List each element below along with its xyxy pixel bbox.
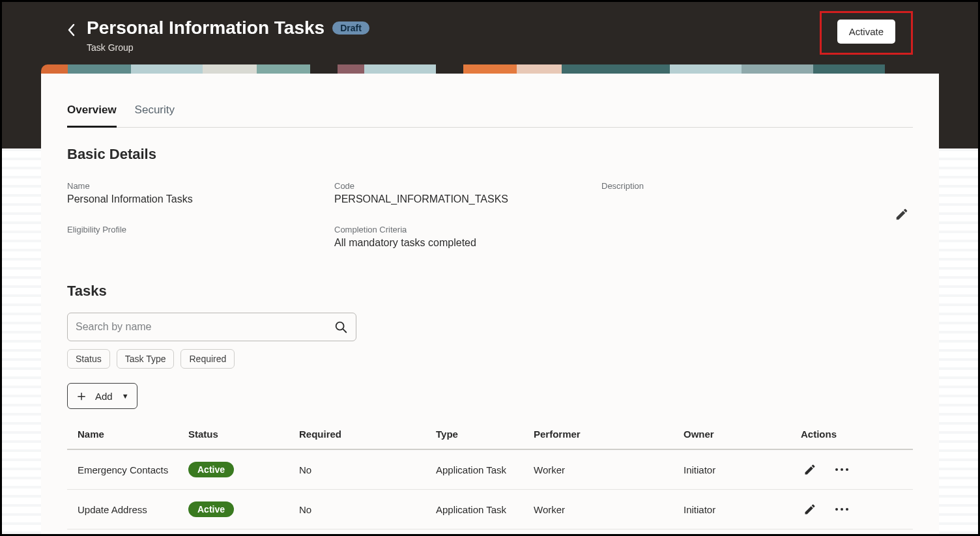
table-row: Upload PhotoActiveNoApplication TaskWork… bbox=[67, 529, 913, 535]
filter-chip-required[interactable]: Required bbox=[180, 349, 235, 369]
tab-overview[interactable]: Overview bbox=[67, 98, 117, 128]
more-icon bbox=[835, 507, 849, 512]
cell-performer: Worker bbox=[523, 529, 673, 535]
tasks-heading: Tasks bbox=[67, 283, 913, 300]
field-name: Name Personal Information Tasks bbox=[67, 181, 334, 205]
plus-icon: ＋ bbox=[74, 389, 89, 403]
svg-point-7 bbox=[846, 508, 848, 511]
basic-details-heading: Basic Details bbox=[67, 146, 913, 163]
col-header-required: Required bbox=[289, 421, 425, 449]
tab-bar: Overview Security bbox=[67, 98, 913, 128]
tab-security[interactable]: Security bbox=[135, 98, 175, 127]
col-header-owner: Owner bbox=[673, 421, 790, 449]
name-label: Name bbox=[67, 181, 334, 191]
cell-name: Emergency Contacts bbox=[67, 449, 178, 490]
cell-required: No bbox=[289, 449, 425, 490]
filter-chip-task-type[interactable]: Task Type bbox=[117, 349, 175, 369]
cell-type: Application Task bbox=[425, 529, 523, 535]
code-value: PERSONAL_INFORMATION_TASKS bbox=[334, 193, 601, 205]
cell-owner: Initiator bbox=[673, 529, 790, 535]
decorative-pattern bbox=[41, 64, 939, 74]
chevron-down-icon: ▼ bbox=[122, 392, 129, 400]
cell-status: Active bbox=[178, 529, 289, 535]
completion-label: Completion Criteria bbox=[334, 225, 601, 234]
activate-highlight: Activate bbox=[820, 11, 913, 55]
col-header-performer: Performer bbox=[523, 421, 673, 449]
cell-name: Update Address bbox=[67, 490, 178, 529]
status-pill-active: Active bbox=[188, 462, 234, 477]
field-code: Code PERSONAL_INFORMATION_TASKS bbox=[334, 181, 601, 205]
svg-point-4 bbox=[846, 468, 848, 471]
more-icon bbox=[835, 467, 849, 472]
description-label: Description bbox=[601, 181, 913, 191]
eligibility-label: Eligibility Profile bbox=[67, 225, 334, 234]
col-header-name: Name bbox=[67, 421, 178, 449]
tasks-table: Name Status Required Type Performer Owne… bbox=[67, 421, 913, 534]
status-pill-active: Active bbox=[188, 501, 234, 517]
table-row: Emergency ContactsActiveNoApplication Ta… bbox=[67, 449, 913, 490]
code-label: Code bbox=[334, 181, 601, 191]
row-more-button[interactable] bbox=[832, 504, 852, 515]
cell-performer: Worker bbox=[523, 490, 673, 529]
add-label: Add bbox=[95, 391, 113, 402]
svg-point-6 bbox=[841, 508, 843, 511]
cell-status: Active bbox=[178, 449, 289, 490]
cell-required: No bbox=[289, 490, 425, 529]
svg-point-2 bbox=[835, 468, 838, 471]
row-edit-button[interactable] bbox=[801, 460, 819, 479]
main-card: Overview Security Basic Details Name Per… bbox=[41, 74, 939, 534]
cell-name: Upload Photo bbox=[67, 529, 178, 535]
cell-actions bbox=[790, 529, 913, 535]
pencil-icon bbox=[895, 207, 909, 221]
completion-value: All mandatory tasks completed bbox=[334, 237, 601, 249]
search-icon bbox=[334, 320, 348, 334]
page-title: Personal Information Tasks bbox=[87, 18, 324, 38]
cell-type: Application Task bbox=[425, 449, 523, 490]
activate-button[interactable]: Activate bbox=[837, 20, 895, 44]
field-completion: Completion Criteria All mandatory tasks … bbox=[334, 225, 601, 249]
edit-details-button[interactable] bbox=[891, 203, 913, 225]
table-row: Update AddressActiveNoApplication TaskWo… bbox=[67, 490, 913, 529]
search-input[interactable] bbox=[76, 321, 334, 333]
back-icon[interactable] bbox=[67, 23, 76, 37]
field-description: Description bbox=[601, 181, 913, 205]
col-header-type: Type bbox=[425, 421, 523, 449]
name-value: Personal Information Tasks bbox=[67, 193, 334, 205]
cell-type: Application Task bbox=[425, 490, 523, 529]
cell-actions bbox=[790, 449, 913, 490]
col-header-actions: Actions bbox=[790, 421, 913, 449]
filter-chip-status[interactable]: Status bbox=[67, 349, 110, 369]
svg-point-3 bbox=[841, 468, 843, 471]
cell-owner: Initiator bbox=[673, 449, 790, 490]
pencil-icon bbox=[803, 503, 816, 516]
cell-actions bbox=[790, 490, 913, 529]
col-header-status: Status bbox=[178, 421, 289, 449]
status-badge-draft: Draft bbox=[332, 21, 369, 35]
field-eligibility: Eligibility Profile bbox=[67, 225, 334, 249]
row-edit-button[interactable] bbox=[801, 500, 819, 518]
pencil-icon bbox=[803, 463, 816, 476]
cell-performer: Worker bbox=[523, 449, 673, 490]
cell-status: Active bbox=[178, 490, 289, 529]
row-more-button[interactable] bbox=[832, 464, 852, 475]
svg-line-1 bbox=[343, 329, 346, 332]
add-task-button[interactable]: ＋ Add ▼ bbox=[67, 383, 137, 409]
cell-required: No bbox=[289, 529, 425, 535]
page-subtitle: Task Group bbox=[87, 42, 369, 53]
svg-point-5 bbox=[835, 508, 838, 511]
search-wrap[interactable] bbox=[67, 313, 356, 341]
cell-owner: Initiator bbox=[673, 490, 790, 529]
